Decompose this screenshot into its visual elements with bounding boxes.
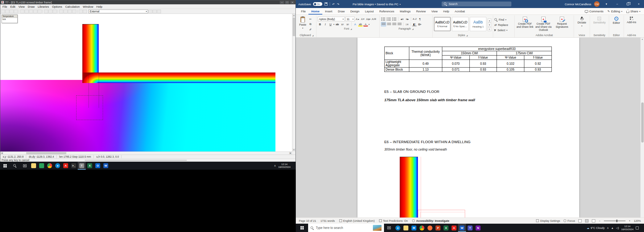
focus-button[interactable]: Focus <box>564 219 575 222</box>
taskbar-app-teams[interactable]: T <box>466 224 474 232</box>
zoom-slider[interactable] <box>604 221 625 221</box>
save-icon[interactable] <box>324 2 328 6</box>
hidden-icons-chevron-icon[interactable]: ∧ <box>274 164 276 167</box>
zoom-slider-thumb[interactable] <box>616 220 617 222</box>
menu-libraries[interactable]: Libraries <box>36 5 50 8</box>
styles-gallery-down-button[interactable]: ▼ <box>488 23 491 27</box>
dictate-button[interactable]: Dictate ▾ <box>576 16 587 27</box>
cell-psi-175[interactable]: 0.102 <box>497 60 524 68</box>
taskbar-app-edge[interactable]: e <box>54 162 62 170</box>
justify-button[interactable] <box>397 22 402 27</box>
taskbar-app-excel[interactable]: X <box>442 224 450 232</box>
print-icon[interactable] <box>14 10 18 13</box>
minimize-button[interactable]: – <box>280 1 284 4</box>
scroll-down-icon[interactable]: ▼ <box>292 148 295 151</box>
style-normal[interactable]: AaBbCcD ¶ Normal <box>434 17 451 31</box>
style-heading-1[interactable]: AaBb Heading 1 <box>470 17 486 31</box>
document-page[interactable]: Block Thermal conductivity (W/mK) energy… <box>357 38 579 218</box>
therm-titlebar[interactable]: T T7 - [E5 TLA150 screed timber frame] –… <box>0 0 295 4</box>
cell-block-name[interactable]: Dense Block <box>385 68 409 72</box>
web-layout-button[interactable] <box>592 219 595 222</box>
replace-button[interactable]: ⇄Replace <box>494 23 513 27</box>
menu-draw[interactable]: Draw <box>26 5 36 8</box>
taskbar-app-outlook[interactable]: O <box>94 162 102 170</box>
taskbar-app-file-explorer[interactable] <box>402 224 410 232</box>
scroll-up-icon[interactable]: ▲ <box>292 14 295 17</box>
taskbar-clock[interactable]: 12:14 16/03/2024 <box>621 225 634 230</box>
taskbar-app-acrobat[interactable]: A <box>450 224 458 232</box>
document-title[interactable]: Psi bible images • Saved to this PC ▾ <box>353 2 401 6</box>
line-spacing-button[interactable]: ↕≡ <box>405 22 409 27</box>
tab-review[interactable]: Review <box>413 8 428 14</box>
ribbon-display-options-button[interactable]: ▾ <box>602 1 610 7</box>
e6-thermal-image-wall-band[interactable] <box>400 157 418 218</box>
font-color-button[interactable]: A <box>363 22 368 27</box>
task-view-button[interactable] <box>384 224 394 232</box>
table-header-psi-150[interactable]: Ψ-Value <box>442 56 469 60</box>
menu-window[interactable]: Window <box>81 5 95 8</box>
table-header-conductivity[interactable]: Thermal conductivity (W/mK) <box>409 47 442 60</box>
save-icon[interactable] <box>10 10 14 13</box>
paste-button[interactable]: Paste ▾ <box>298 16 307 29</box>
table-header-f-150[interactable]: f-Value <box>469 56 497 60</box>
insert-point-icon[interactable] <box>68 10 72 13</box>
zoom-extents-icon[interactable] <box>53 10 57 13</box>
menu-view[interactable]: View <box>17 5 26 8</box>
cell-psi-175[interactable]: 0.105 <box>497 68 524 72</box>
draw-polygon-icon[interactable] <box>59 10 63 13</box>
underline-button[interactable]: U <box>328 22 333 27</box>
cut-icon[interactable] <box>20 10 24 13</box>
show-isotherms-icon[interactable] <box>157 10 161 13</box>
word-count[interactable]: 1731 words <box>320 219 335 222</box>
scroll-right-icon[interactable]: ▶ <box>289 152 292 155</box>
taskbar-app-chrome[interactable] <box>418 224 426 232</box>
word-search-box[interactable]: Search <box>442 2 511 6</box>
style-no-spacing[interactable]: AaBbCcD ¶ No Spac... <box>452 17 469 31</box>
zoom-level[interactable]: 120% <box>634 219 641 222</box>
styles-gallery-up-button[interactable]: ▲ <box>488 19 491 23</box>
cell-psi-150[interactable]: 0.070 <box>442 60 469 68</box>
tab-insert[interactable]: Insert <box>322 8 335 14</box>
account-name[interactable]: Connor McCandless <box>565 2 591 6</box>
scrollbar-thumb[interactable] <box>26 152 66 154</box>
display-settings-button[interactable]: Display Settings <box>536 219 560 222</box>
temperature-legend-panel[interactable]: Temperature N/A <box>2 14 18 23</box>
table-header-175mm-cwi[interactable]: 175mm CWI <box>497 51 552 56</box>
heading-e6[interactable]: E6 – INTERMEDIATE FLOOR WITHIN A DWELLIN… <box>384 140 471 144</box>
sort-button[interactable]: A↓Z <box>412 17 417 21</box>
taskbar-app-firefox[interactable] <box>426 224 434 232</box>
print-layout-button[interactable] <box>585 219 588 222</box>
create-pdf-share-link-button[interactable]: Create PDF and Share link <box>516 16 534 29</box>
find-button[interactable]: Find▾ <box>494 17 513 22</box>
heading-e5[interactable]: E5 – SLAB ON GROUND FLOOR <box>384 90 440 93</box>
taskbar-app-word-active[interactable]: W <box>458 224 466 232</box>
word-titlebar[interactable]: AutoSave On ↶ ↷ Psi bible images • Saved… <box>296 0 644 8</box>
read-mode-button[interactable] <box>578 219 582 222</box>
align-left-button[interactable] <box>381 22 386 27</box>
shrink-font-button[interactable]: A▼ <box>361 17 365 21</box>
subtitle-e6[interactable]: 300mm timber floor, no ceiling void bene… <box>384 147 447 151</box>
cell-f-175[interactable]: 0.92 <box>524 60 552 68</box>
cell-conductivity[interactable]: 0.49 <box>409 60 442 68</box>
decrease-indent-button[interactable]: ◂≡ <box>400 17 404 21</box>
autosave-toggle[interactable]: On <box>313 2 322 6</box>
menu-file[interactable]: File <box>1 5 9 8</box>
tab-help[interactable]: Help <box>440 8 452 14</box>
tab-design[interactable]: Design <box>348 8 362 14</box>
taskbar-app-onenote[interactable]: N <box>474 224 482 232</box>
bullets-button[interactable] <box>381 17 386 21</box>
psi-value-table[interactable]: Block Thermal conductivity (W/mK) energy… <box>384 47 552 72</box>
close-button[interactable]: × <box>290 1 295 4</box>
paste-icon[interactable] <box>29 10 33 13</box>
show-paragraph-marks-button[interactable]: ¶ <box>418 17 422 21</box>
strikethrough-button[interactable]: ab <box>335 22 340 27</box>
table-header-product[interactable]: energystore superbead®33 <box>442 47 551 51</box>
taskbar-app-acrobat[interactable]: A <box>62 162 70 170</box>
new-icon[interactable] <box>1 10 5 13</box>
taskbar-search-button[interactable] <box>10 162 20 170</box>
tab-view[interactable]: View <box>428 8 440 14</box>
select-button[interactable]: Select▾ <box>494 28 513 32</box>
redo-button[interactable]: ↷ <box>337 2 339 6</box>
increase-indent-button[interactable]: ≡▸ <box>405 17 410 21</box>
comments-button[interactable]: Comments <box>585 10 604 13</box>
